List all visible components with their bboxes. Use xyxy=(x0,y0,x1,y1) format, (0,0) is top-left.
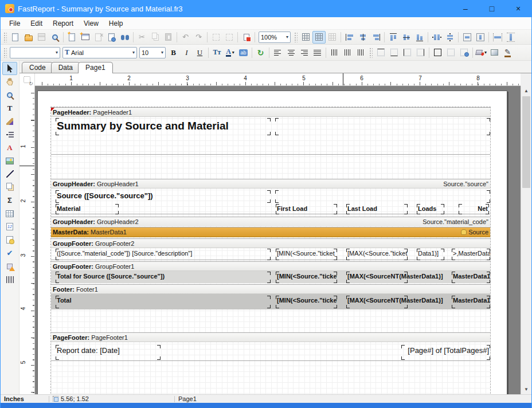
new-report-button[interactable] xyxy=(9,31,22,44)
gf2-max-cell[interactable]: [MAX(<Source."ticket_c xyxy=(346,249,408,260)
fit-to-grid-button[interactable] xyxy=(326,31,339,44)
space-horizontally-button[interactable] xyxy=(430,31,443,44)
text-align-middle-button[interactable] xyxy=(341,46,354,59)
scrollbar-thumb[interactable] xyxy=(522,96,530,188)
center-horizontally-button[interactable] xyxy=(460,31,474,44)
toolbar-grip[interactable] xyxy=(3,32,7,42)
table-object-button[interactable] xyxy=(2,207,17,220)
page-number-object[interactable]: [Page#] of [TotalPages#] xyxy=(401,345,490,360)
text-align-right-button[interactable] xyxy=(298,46,311,59)
same-height-button[interactable] xyxy=(504,31,517,44)
highlight-button[interactable]: ab xyxy=(237,46,250,59)
column-header-material[interactable]: Material xyxy=(56,204,119,214)
ungroup-button[interactable] xyxy=(222,31,236,44)
menu-report[interactable]: Report xyxy=(48,18,79,29)
vertical-scrollbar[interactable]: ▲ ▼ xyxy=(521,86,531,394)
hand-tool-button[interactable] xyxy=(2,75,17,88)
report-date-object[interactable]: Report date: [Date] xyxy=(56,345,161,360)
font-settings-button[interactable]: Tт xyxy=(210,46,224,59)
preview-button[interactable] xyxy=(48,31,61,44)
space-vertically-button[interactable] xyxy=(443,31,456,44)
band-masterdata[interactable]: MasterData: MasterData1 Source xyxy=(51,227,490,237)
band-footer-header[interactable]: Footer: Footer1 xyxy=(51,285,490,294)
text-object-button[interactable]: A xyxy=(2,141,17,154)
tab-data[interactable]: Data xyxy=(51,62,80,73)
align-rights-button[interactable] xyxy=(369,31,382,44)
band-groupheader2[interactable]: GroupHeader: GroupHeader2 Source."materi… xyxy=(51,217,490,226)
frame-properties-button[interactable] xyxy=(457,46,471,59)
frame-bottom-button[interactable] xyxy=(388,46,401,59)
delete-page-button[interactable] xyxy=(92,31,105,44)
picture-object-button[interactable] xyxy=(2,154,17,167)
style-combobox[interactable]: ▾ xyxy=(10,47,60,58)
ruler-corner-button[interactable] xyxy=(19,73,35,86)
frame-all-button[interactable] xyxy=(431,46,444,59)
align-lefts-button[interactable] xyxy=(343,31,356,44)
tab-code[interactable]: Code xyxy=(22,62,53,73)
group-source-object[interactable]: Source ([Source."source"]) xyxy=(56,190,271,203)
band-groupheader1-header[interactable]: GroupHeader: GroupHeader1 Source."source… xyxy=(51,179,490,189)
frame-right-button[interactable] xyxy=(414,46,427,59)
select-tool-button[interactable] xyxy=(2,62,17,75)
frame-left-button[interactable] xyxy=(401,46,414,59)
toolbar-grip[interactable] xyxy=(369,48,373,58)
toolbar-grip[interactable] xyxy=(3,48,7,58)
report-page[interactable]: PageHeader: PageHeader1 Summary by Sourc… xyxy=(37,91,507,394)
footer-net-cell[interactable]: MasterData1)] xyxy=(452,296,490,308)
footer-total-cell[interactable]: Total xyxy=(56,296,271,308)
maximize-button[interactable]: □ xyxy=(479,0,505,17)
menu-file[interactable]: File xyxy=(4,18,25,29)
column-header-first-load[interactable]: First Load xyxy=(276,204,337,214)
column-header-net[interactable]: Net xyxy=(459,204,489,214)
gf2-net-cell[interactable]: >,MasterData1)] xyxy=(452,249,490,260)
menu-view[interactable]: View xyxy=(79,18,104,29)
close-button[interactable]: × xyxy=(505,0,531,17)
gf2-description-cell[interactable]: ([Source."material_code"]) [Source."desc… xyxy=(56,249,271,260)
format-painter-button[interactable] xyxy=(2,115,17,128)
gf2-min-cell[interactable]: [MIN(<Source."ticket_di xyxy=(276,249,337,260)
subreport-object-button[interactable] xyxy=(2,181,17,194)
gf1-min-cell[interactable]: [MIN(<Source."ticket_d: xyxy=(276,272,337,283)
status-units[interactable]: Inches xyxy=(1,395,49,403)
minimize-button[interactable]: – xyxy=(452,0,479,17)
new-report-page-button[interactable] xyxy=(65,31,79,44)
frame-none-button[interactable] xyxy=(444,46,457,59)
save-report-button[interactable] xyxy=(35,31,48,44)
toolbar-grip[interactable] xyxy=(294,32,298,42)
redo-button[interactable]: ↷ xyxy=(192,31,205,44)
italic-button[interactable]: I xyxy=(180,46,193,59)
empty-text-object[interactable] xyxy=(275,118,490,135)
band-pageheader-header[interactable]: PageHeader: PageHeader1 xyxy=(51,108,490,117)
scrollbar-track[interactable] xyxy=(521,189,531,385)
column-header-last-load[interactable]: Last Load xyxy=(346,204,408,214)
design-canvas[interactable]: PageHeader: PageHeader1 Summary by Sourc… xyxy=(35,86,521,394)
footer-min-cell[interactable]: [MIN(<Source."ticket_d: xyxy=(276,296,337,308)
gf1-total-cell[interactable]: Total for Source ([Source."source"]) xyxy=(56,272,271,283)
paste-button[interactable] xyxy=(162,31,175,44)
system-text-button[interactable]: Σ xyxy=(2,194,17,207)
gf2-count-cell[interactable]: Data1)] xyxy=(417,249,444,260)
find-button[interactable] xyxy=(118,31,131,44)
align-middles-button[interactable] xyxy=(400,31,413,44)
menu-edit[interactable]: Edit xyxy=(25,18,48,29)
align-tops-button[interactable] xyxy=(386,31,400,44)
rich-object-button[interactable] xyxy=(2,220,17,233)
scroll-down-arrow[interactable]: ▼ xyxy=(521,385,531,394)
text-align-center-button[interactable] xyxy=(284,46,298,59)
empty-text-object[interactable] xyxy=(275,190,490,203)
insert-band-button[interactable] xyxy=(2,128,17,141)
fill-style-button[interactable] xyxy=(488,46,501,59)
center-vertically-button[interactable] xyxy=(474,31,487,44)
page-settings-button[interactable] xyxy=(105,31,118,44)
footer-max-cell[interactable]: [MAX(<SourceNT(MasterData1)] xyxy=(346,296,408,308)
band-pagefooter-header[interactable]: PageFooter: PageFooter1 xyxy=(51,333,490,342)
text-justify-button[interactable] xyxy=(311,46,324,59)
gf1-net-cell[interactable]: MasterData1)] xyxy=(452,272,490,283)
underline-button[interactable]: U xyxy=(193,46,206,59)
line-object-button[interactable] xyxy=(2,167,17,181)
barcode-object-button[interactable] xyxy=(2,273,17,286)
report-title-object[interactable]: Summary by Source and Material xyxy=(56,118,271,135)
fill-color-button[interactable]: ▾ xyxy=(475,46,488,59)
bold-button[interactable]: B xyxy=(167,46,180,59)
align-to-grid-button[interactable] xyxy=(312,31,326,44)
